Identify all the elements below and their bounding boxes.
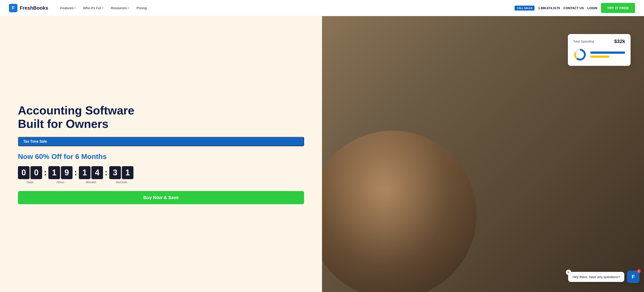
resources-chevron-icon: ▾ xyxy=(128,7,129,9)
countdown-days: 0 0 Days xyxy=(18,166,42,184)
logo-name: FreshBooks xyxy=(20,5,48,11)
who-chevron-icon: ▾ xyxy=(102,7,103,9)
chat-notification-badge: 1 xyxy=(637,269,641,273)
hero-image-circle xyxy=(322,131,476,292)
nav-right: CALL SALES 1.888.674.3175 CONTACT US LOG… xyxy=(514,3,635,13)
nav-links: Features ▾ Who It's For ▾ Resources ▾ Pr… xyxy=(57,4,514,12)
chat-close-button[interactable]: ✕ xyxy=(566,270,571,275)
phone-number[interactable]: 1.888.674.3175 xyxy=(538,6,560,10)
chat-open-button[interactable]: F 1 xyxy=(627,270,640,283)
tax-time-badge[interactable]: Tax Time Sale xyxy=(18,137,304,146)
seconds-digit-0: 3 xyxy=(109,166,121,179)
sep-1: : xyxy=(44,168,47,177)
spending-amount: $32k xyxy=(614,38,625,44)
days-digit-1: 0 xyxy=(30,166,42,179)
minutes-digit-1: 4 xyxy=(91,166,103,179)
logo-icon: F xyxy=(9,4,18,12)
days-label: Days xyxy=(18,180,42,184)
contact-us-link[interactable]: CONTACT US xyxy=(564,6,584,10)
countdown: 0 0 Days : 1 9 Hours : 1 4 xyxy=(18,166,304,184)
hours-label: Hours xyxy=(48,180,72,184)
hero-headline: Accounting Software Built for Owners xyxy=(18,104,304,131)
chat-widget: Hey there, have any questions? ✕ F 1 xyxy=(568,270,640,283)
countdown-minutes: 1 4 Minutes xyxy=(79,166,103,184)
spending-chart xyxy=(573,48,625,61)
donut-chart xyxy=(573,48,587,61)
seconds-label: Seconds xyxy=(109,180,134,184)
discount-text: Now 60% Off for 6 Months xyxy=(18,152,304,161)
nav-pricing[interactable]: Pricing xyxy=(133,4,150,12)
chat-logo-icon: F xyxy=(632,274,634,280)
seconds-digit-1: 1 xyxy=(122,166,134,179)
buy-now-button[interactable]: Buy Now & Save xyxy=(18,191,304,204)
spending-label: Total Spending xyxy=(573,40,594,43)
minutes-label: Minutes xyxy=(79,180,103,184)
hero-right: Total Spending $32k H xyxy=(322,16,644,292)
hours-digit-0: 1 xyxy=(48,166,60,179)
nav-resources[interactable]: Resources ▾ xyxy=(108,4,132,12)
nav-who-its-for[interactable]: Who It's For ▾ xyxy=(80,4,106,12)
chat-bubble: Hey there, have any questions? xyxy=(568,272,624,282)
hours-digit-1: 9 xyxy=(61,166,72,179)
login-link[interactable]: LOGIN xyxy=(587,6,597,10)
features-chevron-icon: ▾ xyxy=(74,7,76,9)
minutes-digit-0: 1 xyxy=(79,166,90,179)
try-free-button[interactable]: TRY IT FREE xyxy=(601,3,635,13)
sep-3: : xyxy=(104,168,108,177)
logo-link[interactable]: F FreshBooks xyxy=(9,4,48,12)
bar-blue xyxy=(590,52,625,54)
nav-features[interactable]: Features ▾ xyxy=(57,4,78,12)
countdown-seconds: 3 1 Seconds xyxy=(109,166,134,184)
person-overlay xyxy=(322,131,476,292)
sep-2: : xyxy=(74,168,78,177)
call-sales-badge[interactable]: CALL SALES xyxy=(514,6,534,10)
navbar: F FreshBooks Features ▾ Who It's For ▾ R… xyxy=(0,0,644,16)
days-digit-0: 0 xyxy=(18,166,30,179)
countdown-hours: 1 9 Hours xyxy=(48,166,72,184)
spending-card: Total Spending $32k xyxy=(568,34,630,66)
donut-bars xyxy=(590,52,625,58)
hero-section: Accounting Software Built for Owners Tax… xyxy=(0,16,644,292)
bar-yellow xyxy=(590,56,610,58)
hero-left: Accounting Software Built for Owners Tax… xyxy=(0,16,322,292)
